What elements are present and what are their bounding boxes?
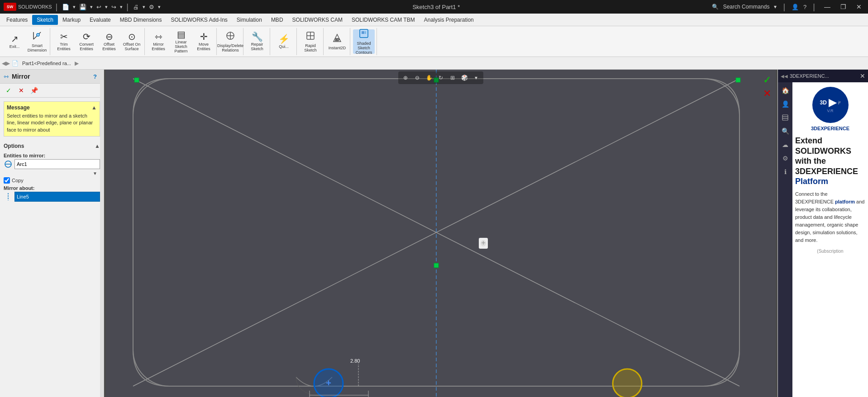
- close-btn[interactable]: ✕: [854, 2, 864, 11]
- menu-markup[interactable]: Markup: [58, 15, 85, 25]
- quick-btn[interactable]: ⚡ Qui...: [273, 29, 295, 54]
- svg-rect-22: [134, 78, 139, 82]
- quickaccess-undo-arrow[interactable]: ▾: [105, 4, 108, 10]
- search-arrow[interactable]: ▾: [774, 4, 777, 10]
- copy-checkbox[interactable]: [4, 177, 10, 184]
- menu-evaluate[interactable]: Evaluate: [85, 15, 115, 25]
- view-rotate[interactable]: ↻: [435, 72, 446, 83]
- canvas[interactable]: + 1.90 2.80 ⊕ ⊖ ✋ ↻ ⊞ 🎲: [104, 70, 777, 397]
- left-panel-scrollbar[interactable]: [100, 70, 104, 397]
- options-arrow[interactable]: ▾: [158, 4, 161, 10]
- breadcrumb-text[interactable]: Part1<Predefined ra...: [19, 60, 74, 67]
- search-text[interactable]: Search Commands: [723, 4, 770, 10]
- pin-btn[interactable]: 📌: [29, 85, 39, 95]
- options-collapse-btn[interactable]: ▲: [95, 143, 100, 149]
- svg-text:+: +: [326, 378, 331, 388]
- help-icon[interactable]: ?: [803, 4, 806, 10]
- toolbar-section-entities: ✂ Trim Entities ⟳ Convert Entities ⊖ Off…: [51, 28, 145, 55]
- trim-entities-btn[interactable]: ✂ Trim Entities: [53, 29, 75, 54]
- convert-icon: ⟳: [83, 32, 91, 41]
- options-section: Options ▲ Entities to mirror: ▼ Copy: [4, 142, 100, 203]
- view-pan[interactable]: ✋: [424, 72, 434, 83]
- collapse-icon[interactable]: ◀▶: [2, 60, 10, 66]
- shaded-sketch-btn[interactable]: Shaded Sketch Contours: [353, 29, 375, 54]
- entities-input[interactable]: [14, 159, 100, 169]
- subscription-note: (Subscription: [817, 249, 843, 254]
- exp-panel-title: Extend SOLIDWORKS with the 3DEXPERIENCE …: [795, 136, 865, 187]
- move-entities-btn[interactable]: ✛ Move Entities: [193, 29, 215, 54]
- rp-expand-icon[interactable]: ◀◀: [781, 74, 788, 79]
- user-icon[interactable]: 👤: [792, 4, 799, 10]
- svg-point-2: [37, 33, 39, 36]
- quickaccess-new[interactable]: 📄: [61, 3, 70, 11]
- message-collapse-btn[interactable]: ▲: [91, 104, 97, 111]
- menu-solidworks-cam-tbm[interactable]: SOLIDWORKS CAM TBM: [347, 15, 420, 25]
- menu-simulation[interactable]: Simulation: [232, 15, 267, 25]
- confirm-btn[interactable]: ✓: [4, 85, 14, 95]
- menu-features[interactable]: Features: [2, 15, 32, 25]
- menu-mbd-dimensions[interactable]: MBD Dimensions: [115, 15, 167, 25]
- rp-info-btn[interactable]: ℹ: [779, 165, 792, 178]
- rp-layers-btn[interactable]: [779, 111, 792, 124]
- rp-cloud-btn[interactable]: ☁: [779, 138, 792, 151]
- maximize-btn[interactable]: ❐: [838, 2, 849, 11]
- offset-entities-btn[interactable]: ⊖ Offset Entities: [98, 29, 120, 54]
- display-relations-btn[interactable]: Display/Delete Relations: [219, 29, 241, 54]
- mirror-about-input[interactable]: [14, 192, 100, 202]
- sketch-canvas: + 1.90 2.80: [104, 70, 777, 397]
- rp-gear-btn[interactable]: ⚙: [779, 152, 792, 165]
- menu-sketch[interactable]: Sketch: [32, 15, 58, 25]
- print-btn[interactable]: 🖨: [132, 3, 140, 11]
- exit-btn[interactable]: ↗ Exit...: [4, 29, 25, 54]
- offset-surface-btn[interactable]: ⊙ Offset On Surface: [121, 29, 143, 54]
- quickaccess-save[interactable]: 💾: [78, 3, 87, 11]
- quickaccess-undo[interactable]: ↩: [95, 3, 102, 11]
- rp-close-btn[interactable]: ✕: [860, 72, 865, 80]
- entities-label: Entities to mirror:: [4, 153, 100, 158]
- platform-highlight: Platform: [795, 177, 828, 186]
- help-btn[interactable]: ?: [90, 71, 100, 81]
- menu-analysis-prep[interactable]: Analysis Preparation: [420, 15, 478, 25]
- menu-mbd[interactable]: MBD: [267, 15, 288, 25]
- mirror-entities-btn[interactable]: ⇿ Mirror Entities: [148, 29, 169, 54]
- convert-entities-btn[interactable]: ⟳ Convert Entities: [76, 29, 97, 54]
- quickaccess-redo[interactable]: ↪: [110, 3, 117, 11]
- title-bar-left: SW SOLIDWORKS | 📄 ▾ 💾 ▾ ↩ ▾ ↪ ▾ | 🖨 ▾ ⚙ …: [4, 2, 161, 12]
- platform-link[interactable]: platform: [835, 199, 855, 204]
- canvas-confirm-btn[interactable]: ✓: [760, 73, 774, 87]
- canvas-cancel-btn[interactable]: ✕: [760, 87, 774, 100]
- view-section[interactable]: ⊞: [447, 72, 458, 83]
- rp-home-btn[interactable]: 🏠: [779, 84, 792, 97]
- view-zoom-out[interactable]: ⊖: [412, 72, 423, 83]
- repair-sketch-btn[interactable]: 🔧 Repair Sketch: [246, 29, 268, 54]
- rp-search-btn[interactable]: 🔍: [779, 125, 792, 137]
- view-zoom-fit[interactable]: ⊕: [400, 72, 411, 83]
- logo-vr: V.R: [827, 109, 833, 113]
- repair-icon: 🔧: [252, 32, 263, 41]
- view-more[interactable]: ▾: [471, 72, 482, 83]
- svg-rect-13: [365, 31, 366, 34]
- logo-row1: 3D ▶ i²: [820, 97, 841, 109]
- minimize-btn[interactable]: —: [821, 2, 833, 11]
- right-panel-body: 🏠 👤 🔍 ☁ ⚙ ℹ: [778, 82, 868, 397]
- expand-arrow[interactable]: ▼: [93, 171, 97, 175]
- quickaccess-redo-arrow[interactable]: ▾: [120, 4, 123, 10]
- instant2d-btn[interactable]: 2D Instant2D: [326, 29, 348, 54]
- quickaccess-save-arrow[interactable]: ▾: [90, 4, 93, 10]
- repair-label: Repair Sketch: [247, 42, 267, 51]
- cancel-btn[interactable]: ✕: [16, 85, 26, 95]
- menu-solidworks-addins[interactable]: SOLIDWORKS Add-Ins: [166, 15, 232, 25]
- rp-user-btn[interactable]: 👤: [779, 98, 792, 110]
- options-btn[interactable]: ⚙: [148, 3, 155, 11]
- quickaccess-arrow[interactable]: ▾: [73, 4, 76, 10]
- rapid-sketch-btn[interactable]: Rapid Sketch: [300, 29, 321, 54]
- view-3d[interactable]: 🎲: [459, 72, 470, 83]
- right-panel-icon-bar: 🏠 👤 🔍 ☁ ⚙ ℹ: [778, 82, 792, 397]
- toolbar-section-rapid: Rapid Sketch: [298, 28, 324, 55]
- copy-checkbox-row: Copy: [4, 177, 100, 184]
- linear-sketch-btn[interactable]: ▤ Linear Sketch Pattern: [170, 29, 192, 54]
- smart-dimension-label: Smart Dimension: [27, 43, 47, 52]
- menu-solidworks-cam[interactable]: SOLIDWORKS CAM: [288, 15, 347, 25]
- smart-dimension-btn[interactable]: Smart Dimension: [26, 29, 48, 54]
- print-arrow[interactable]: ▾: [143, 4, 145, 10]
